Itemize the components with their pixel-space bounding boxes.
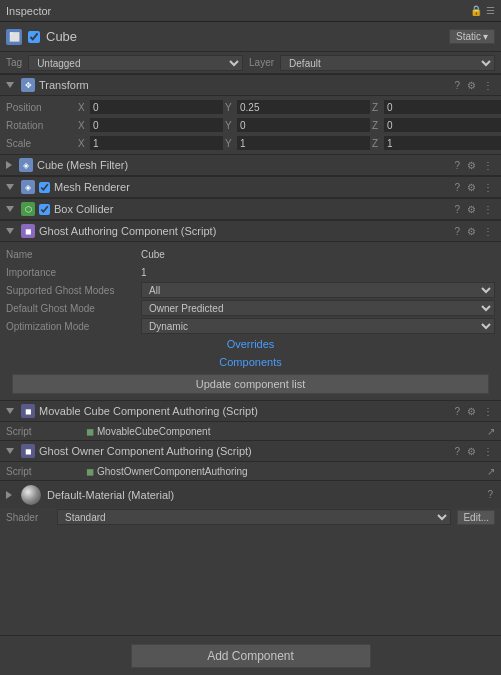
box-collider-more-icon[interactable]: ⋮ [481,204,495,215]
mesh-filter-title: Cube (Mesh Filter) [37,159,448,171]
mesh-filter-help-icon[interactable]: ? [452,160,462,171]
rotation-z-input[interactable] [384,118,501,132]
box-collider-section-header[interactable]: ⬡ Box Collider ? ⚙ ⋮ [0,198,501,220]
transform-actions: ? ⚙ ⋮ [452,80,495,91]
mesh-filter-more-icon[interactable]: ⋮ [481,160,495,171]
scale-x-input[interactable] [90,136,223,150]
shader-label: Shader [6,512,51,523]
update-component-list-button[interactable]: Update component list [12,374,489,394]
position-z-label: Z [372,102,382,113]
mesh-renderer-settings-icon[interactable]: ⚙ [465,182,478,193]
box-collider-active-checkbox[interactable] [39,204,50,215]
ghost-default-mode-row: Default Ghost Mode Owner Predicted [6,299,495,317]
lock-icon[interactable]: 🔒 [470,5,482,16]
ghost-optimization-select[interactable]: Dynamic [141,318,495,334]
position-x-item: X [78,100,223,114]
ghost-owner-section-header[interactable]: ◼ Ghost Owner Component Authoring (Scrip… [0,440,501,462]
shader-row: Shader Standard Edit... [0,508,501,526]
scale-x-label: X [78,138,88,149]
rotation-x-item: X [78,118,223,132]
tag-layer-row: Tag Untagged Layer Default [0,52,501,74]
scale-y-label: Y [225,138,235,149]
ghost-owner-settings-icon[interactable]: ⚙ [465,446,478,457]
ghost-authoring-section-header[interactable]: ◼ Ghost Authoring Component (Script) ? ⚙… [0,220,501,242]
mesh-renderer-help-icon[interactable]: ? [452,182,462,193]
transform-settings-icon[interactable]: ⚙ [465,80,478,91]
transform-help-icon[interactable]: ? [452,80,462,91]
scale-y-input[interactable] [237,136,370,150]
rotation-y-input[interactable] [237,118,370,132]
movable-cube-link-icon[interactable]: ↗ [487,426,495,437]
mesh-renderer-section-header[interactable]: ◈ Mesh Renderer ? ⚙ ⋮ [0,176,501,198]
box-collider-settings-icon[interactable]: ⚙ [465,204,478,215]
box-collider-title: Box Collider [54,203,448,215]
ghost-authoring-settings-icon[interactable]: ⚙ [465,226,478,237]
static-button[interactable]: Static ▾ [449,29,495,44]
ghost-default-mode-label: Default Ghost Mode [6,303,141,314]
ghost-owner-actions: ? ⚙ ⋮ [452,446,495,457]
scale-z-item: Z [372,136,501,150]
rotation-x-label: X [78,120,88,131]
mesh-renderer-collapse-icon [6,184,14,190]
transform-section-header[interactable]: ✥ Transform ? ⚙ ⋮ [0,74,501,96]
movable-cube-section-header[interactable]: ◼ Movable Cube Component Authoring (Scri… [0,400,501,422]
inspector-title: Inspector [6,5,51,17]
mesh-renderer-active-checkbox[interactable] [39,182,50,193]
ghost-authoring-actions: ? ⚙ ⋮ [452,226,495,237]
rotation-label: Rotation [6,120,76,131]
position-x-input[interactable] [90,100,223,114]
box-collider-help-icon[interactable]: ? [452,204,462,215]
layer-select[interactable]: Default [280,55,495,71]
scale-row: Scale X Y Z [0,134,501,152]
ghost-modes-select[interactable]: All [141,282,495,298]
ghost-owner-script-value: GhostOwnerComponentAuthoring [97,466,248,477]
movable-cube-more-icon[interactable]: ⋮ [481,406,495,417]
components-button[interactable]: Components [219,356,281,368]
footer: Add Component [0,635,501,675]
movable-cube-script-label: Script [6,426,86,437]
ghost-owner-more-icon[interactable]: ⋮ [481,446,495,457]
ghost-name-label: Name [6,249,141,260]
transform-title: Transform [39,79,448,91]
movable-cube-help-icon[interactable]: ? [452,406,462,417]
mesh-filter-section-header[interactable]: ◈ Cube (Mesh Filter) ? ⚙ ⋮ [0,154,501,176]
ghost-owner-title: Ghost Owner Component Authoring (Script) [39,445,448,457]
ghost-modes-label: Supported Ghost Modes [6,285,141,296]
tag-select[interactable]: Untagged [28,55,243,71]
object-icon: ⬜ [6,29,22,45]
scale-x-item: X [78,136,223,150]
position-label: Position [6,102,76,113]
ghost-owner-link-icon[interactable]: ↗ [487,466,495,477]
material-help-icon[interactable]: ? [485,489,495,500]
movable-cube-settings-icon[interactable]: ⚙ [465,406,478,417]
layer-label: Layer [249,57,274,68]
scale-label: Scale [6,138,76,149]
ghost-authoring-more-icon[interactable]: ⋮ [481,226,495,237]
shader-select[interactable]: Standard [57,509,451,525]
position-x-label: X [78,102,88,113]
tag-label: Tag [6,57,22,68]
ghost-authoring-title: Ghost Authoring Component (Script) [39,225,448,237]
ghost-authoring-help-icon[interactable]: ? [452,226,462,237]
shader-edit-button[interactable]: Edit... [457,510,495,525]
object-active-checkbox[interactable] [28,31,40,43]
overrides-button[interactable]: Overrides [227,338,275,350]
scale-z-input[interactable] [384,136,501,150]
movable-cube-icon: ◼ [21,404,35,418]
material-section-header[interactable]: Default-Material (Material) ? [0,480,501,508]
transform-more-icon[interactable]: ⋮ [481,80,495,91]
add-component-button[interactable]: Add Component [131,644,371,668]
menu-icon[interactable]: ☰ [486,5,495,16]
mesh-filter-settings-icon[interactable]: ⚙ [465,160,478,171]
position-y-input[interactable] [237,100,370,114]
position-z-input[interactable] [384,100,501,114]
position-y-label: Y [225,102,235,113]
header-icons: 🔒 ☰ [470,5,495,16]
ghost-default-mode-select[interactable]: Owner Predicted [141,300,495,316]
rotation-x-input[interactable] [90,118,223,132]
ghost-owner-help-icon[interactable]: ? [452,446,462,457]
ghost-optimization-row: Optimization Mode Dynamic [6,317,495,335]
ghost-owner-collapse-icon [6,448,14,454]
mesh-renderer-more-icon[interactable]: ⋮ [481,182,495,193]
rotation-z-label: Z [372,120,382,131]
